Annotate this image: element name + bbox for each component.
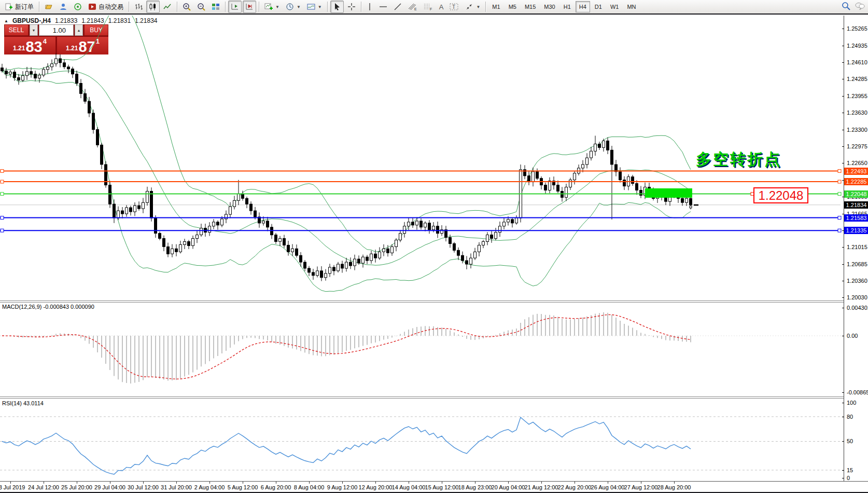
time-tick-label: 27 Aug 12:00 — [624, 484, 658, 490]
profiles-button[interactable] — [42, 1, 55, 13]
axis-tick-mark — [842, 264, 844, 265]
time-tick-mark — [541, 482, 542, 484]
hline-price-tag: 1.21583 — [844, 214, 868, 222]
hline-price-tag: 1.22493 — [844, 168, 868, 175]
time-tick-label: 22 Aug 20:00 — [558, 484, 592, 490]
rsi-tick-label: 0 — [847, 475, 850, 481]
axis-tick-mark — [842, 29, 844, 29]
rsi-pane-canvas[interactable] — [0, 399, 844, 481]
auto-scroll-icon — [231, 3, 239, 11]
period-dropdown[interactable]: ▼ — [283, 1, 303, 13]
time-tick-label: 23 Jul 2019 — [0, 484, 25, 490]
search-icon[interactable] — [842, 2, 850, 12]
text-button[interactable]: A — [437, 1, 446, 13]
time-tick-label: 26 Aug 04:00 — [591, 484, 625, 490]
chevron-down-icon: ▼ — [275, 5, 279, 9]
price-tick-label: 1.23955 — [847, 93, 867, 99]
hline-price-tag: 1.22048 — [844, 190, 868, 198]
chat-icon[interactable] — [855, 2, 865, 12]
bar-chart-button[interactable] — [132, 1, 145, 13]
zoom-out-button[interactable] — [194, 1, 208, 13]
line-chart-button[interactable] — [161, 1, 174, 13]
axis-tick-mark — [842, 113, 844, 113]
price-axis[interactable]: 1.252651.249351.246101.242851.239551.236… — [844, 16, 868, 493]
trendline-button[interactable] — [391, 1, 404, 13]
turning-point-annotation[interactable]: 多空转折点 — [696, 149, 781, 170]
time-tick-mark — [641, 482, 641, 484]
time-tick-mark — [309, 482, 310, 484]
macd-tick-label: 0.004301 — [847, 305, 868, 311]
fibonacci-button[interactable]: F — [421, 1, 436, 13]
axis-tick-mark — [842, 441, 844, 442]
rsi-tick-label: 15 — [847, 467, 853, 473]
time-tick-label: 31 Jul 20:00 — [161, 484, 192, 490]
template-dropdown[interactable]: ▼ — [304, 1, 325, 13]
auto-scroll-button[interactable] — [228, 1, 242, 13]
timeframe-button-m15[interactable]: M15 — [521, 1, 539, 12]
timeframe-button-h1[interactable]: H1 — [560, 1, 575, 12]
macd-pane-canvas[interactable] — [0, 303, 844, 396]
vertical-line-button[interactable] — [364, 1, 375, 13]
cursor-button[interactable] — [330, 1, 344, 13]
toolbar-separator — [129, 2, 129, 12]
equidistant-channel-button[interactable]: E — [405, 1, 420, 13]
timeframe-button-h4[interactable]: H4 — [576, 1, 590, 12]
timeframe-button-m1[interactable]: M1 — [488, 1, 503, 12]
text-label-button[interactable]: T — [447, 1, 461, 13]
zoom-in-button[interactable] — [180, 1, 193, 13]
candlestick-chart-button[interactable] — [146, 1, 160, 13]
rsi-tick-label: 50 — [847, 438, 853, 444]
time-tick-label: 28 Aug 20:00 — [657, 484, 691, 490]
channel-icon: E — [408, 3, 417, 11]
time-tick-mark — [44, 482, 44, 484]
macd-tick-label: -0.008651 — [847, 389, 868, 395]
timeframe-button-m30[interactable]: M30 — [540, 1, 558, 12]
timeframe-button-w1[interactable]: W1 — [607, 1, 623, 12]
time-tick-label: 30 Jul 12:00 — [128, 484, 159, 490]
new-order-button[interactable]: 新订单 — [2, 1, 36, 13]
new-order-label: 新订单 — [15, 3, 34, 11]
new-chart-dropdown[interactable]: ▼ — [262, 1, 282, 13]
toolbar-separator — [225, 2, 226, 12]
horizontal-line-icon — [379, 3, 387, 11]
price-tick-label: 1.22975 — [847, 143, 867, 149]
axis-tick-mark — [842, 146, 844, 147]
arrows-dropdown[interactable]: ▼ — [463, 1, 483, 13]
axis-tick-mark — [842, 403, 844, 403]
timeframe-button-mn[interactable]: MN — [623, 1, 639, 12]
timeframe-button-m5[interactable]: M5 — [505, 1, 520, 12]
profiles-icon — [45, 3, 53, 11]
rsi-tick-label: 80 — [847, 414, 853, 420]
hline-price-tag: 1.22285 — [844, 178, 868, 185]
timeframe-button-d1[interactable]: D1 — [591, 1, 606, 12]
time-tick-mark — [143, 482, 144, 484]
price-callout-box[interactable]: 1.22048 — [753, 187, 808, 203]
rsi-indicator-label: RSI(14) 43.0114 — [2, 400, 44, 406]
macd-tick-label: 0.00 — [847, 333, 858, 339]
signal-button[interactable] — [71, 1, 85, 13]
new-order-icon — [5, 3, 13, 11]
crosshair-icon — [347, 3, 356, 11]
price-tick-label: 1.20685 — [847, 261, 867, 267]
template-icon — [307, 3, 315, 11]
data-window-button[interactable] — [57, 1, 70, 13]
price-tick-label: 1.24285 — [847, 76, 867, 82]
time-axis[interactable]: 23 Jul 201924 Jul 12:0025 Jul 20:0029 Ju… — [0, 481, 868, 492]
line-chart-icon — [163, 3, 172, 11]
tile-windows-button[interactable] — [209, 1, 222, 13]
time-tick-label: 6 Aug 20:00 — [261, 484, 291, 490]
chart-shift-button[interactable] — [243, 1, 256, 13]
clock-icon — [286, 3, 294, 11]
axis-tick-mark — [842, 79, 844, 79]
svg-text:T: T — [452, 4, 455, 10]
axis-tick-mark — [842, 96, 844, 97]
auto-trading-button[interactable]: 自动交易 — [86, 1, 126, 13]
time-tick-mark — [209, 482, 210, 484]
time-tick-mark — [409, 482, 409, 484]
chevron-down-icon: ▼ — [476, 5, 480, 9]
macd-indicator-label: MACD(12,26,9) -0.000843 0.000090 — [2, 304, 94, 310]
text-a-icon: A — [439, 3, 444, 11]
crosshair-button[interactable] — [345, 1, 358, 13]
horizontal-line-button[interactable] — [376, 1, 390, 13]
axis-tick-mark — [842, 297, 844, 298]
